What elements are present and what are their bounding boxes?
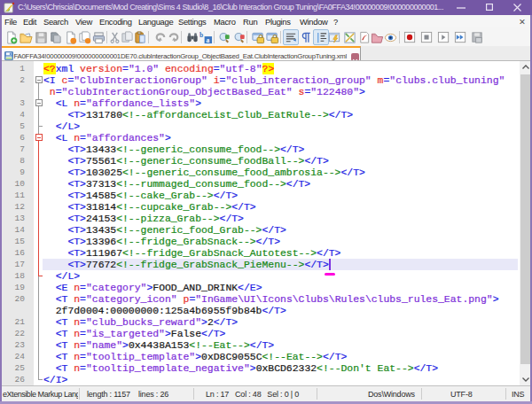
svg-text:a: a — [207, 36, 210, 44]
svg-text:b: b — [200, 31, 203, 39]
